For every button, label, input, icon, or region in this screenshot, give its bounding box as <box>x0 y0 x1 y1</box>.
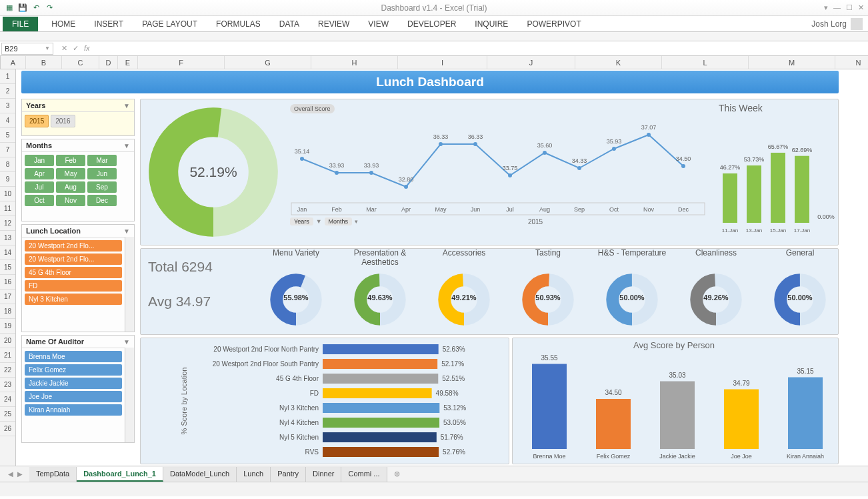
chart-by-location[interactable]: % Score by Location 20 Westport 2nd Floo… <box>148 339 505 463</box>
filter-chip-months[interactable]: Months <box>325 217 353 225</box>
ribbon-tab[interactable]: REVIEW <box>309 17 359 31</box>
ribbon-tab[interactable]: HOME <box>42 17 85 31</box>
ribbon-tab[interactable]: DATA <box>270 17 309 31</box>
column-header[interactable]: D <box>99 56 118 69</box>
slicer-item[interactable]: 20 Westport 2nd Flo... <box>25 240 122 252</box>
slicer-item[interactable]: 2015 <box>25 115 49 127</box>
slicer-item[interactable]: Sep <box>87 181 117 193</box>
scrollbar[interactable] <box>125 237 134 332</box>
chart-by-person[interactable]: Avg Score by Person 35.55Brenna Moe34.50… <box>509 339 839 463</box>
row-header[interactable]: 10 <box>0 187 15 201</box>
slicer-item[interactable]: Jun <box>87 168 117 179</box>
row-header[interactable]: 4 <box>0 113 15 128</box>
row-header[interactable]: 9 <box>0 172 15 187</box>
minimize-icon[interactable]: — <box>833 3 841 12</box>
column-header[interactable]: F <box>138 56 225 69</box>
slicer-item[interactable]: 2016 <box>51 115 75 127</box>
row-header[interactable]: 8 <box>0 157 15 172</box>
slicer-item[interactable]: Dec <box>87 195 117 206</box>
row-header[interactable]: 23 <box>0 378 15 392</box>
row-header[interactable]: 11 <box>0 201 15 216</box>
column-header[interactable]: N <box>835 56 868 69</box>
slicer-item[interactable]: Aug <box>56 181 85 193</box>
metric-donut[interactable]: H&S - Temperature 50.00% <box>592 248 672 336</box>
sheet-tab[interactable]: DataModel_Lunch <box>163 467 237 482</box>
column-header[interactable]: E <box>118 56 138 69</box>
name-box[interactable]: B29▼ <box>1 43 53 55</box>
metric-donut[interactable]: Cleanliness 49.26% <box>676 248 756 336</box>
slicer-location[interactable]: Lunch Location▼ 20 Westport 2nd Flo...20… <box>21 224 135 332</box>
slicer-item[interactable]: Oct <box>25 195 54 206</box>
sheet-tab[interactable]: Commi ... <box>341 467 387 482</box>
column-header[interactable]: G <box>225 56 311 69</box>
account-avatar-icon[interactable] <box>851 18 863 30</box>
worksheet-canvas[interactable]: Lunch Dashboard Years▼ 2015 2016 Months▼… <box>16 69 868 466</box>
slicer-item[interactable]: Felix Gomez <box>25 364 122 376</box>
metric-donut[interactable]: Presentation & Aesthetics 49.63% <box>340 248 420 336</box>
metric-donut[interactable]: Accessories 49.21% <box>424 248 504 336</box>
ribbon-tab[interactable]: FORMULAS <box>207 17 270 31</box>
row-header[interactable]: 15 <box>0 260 15 275</box>
metric-donut[interactable]: General 50.00% <box>760 248 840 336</box>
scrollbar[interactable] <box>125 348 134 442</box>
slicer-item[interactable]: Apr <box>25 168 54 179</box>
close-icon[interactable]: ✕ <box>858 3 864 12</box>
filter-icon[interactable]: ▼ <box>123 142 130 149</box>
slicer-item[interactable]: FD <box>25 280 122 292</box>
row-header[interactable]: 5 <box>0 128 15 143</box>
sheet-tab[interactable]: TempData <box>29 467 77 482</box>
slicer-years[interactable]: Years▼ 2015 2016 <box>21 99 135 136</box>
slicer-item[interactable]: Jackie Jackie <box>25 378 122 389</box>
slicer-item[interactable]: Nyl 3 Kitchen <box>25 294 122 305</box>
sheet-tab[interactable]: Pantry <box>271 467 306 482</box>
column-header[interactable]: C <box>62 56 99 69</box>
ribbon-tab[interactable]: INSERT <box>85 17 133 31</box>
metric-donut[interactable]: Menu Variety 55.98% <box>256 248 336 336</box>
column-header[interactable]: A <box>1 56 26 69</box>
sheet-tab[interactable]: Lunch <box>237 467 271 482</box>
column-header[interactable]: B <box>26 56 62 69</box>
row-header[interactable]: 2 <box>0 84 15 99</box>
ribbon-tab[interactable]: POWERPIVOT <box>517 17 590 31</box>
filter-icon[interactable]: ▼ <box>123 338 130 346</box>
dropdown-icon[interactable]: ▾ <box>355 218 358 225</box>
chart-this-week[interactable]: This Week 46.27%11-Jan53.73%13-Jan65.67%… <box>713 100 837 247</box>
tab-nav-first-icon[interactable]: ◀ <box>8 470 13 478</box>
row-header[interactable]: 7 <box>0 143 15 157</box>
row-header[interactable]: 17 <box>0 290 15 304</box>
save-icon[interactable]: 💾 <box>17 3 28 13</box>
slicer-item[interactable]: Brenna Moe <box>25 351 122 362</box>
filter-icon[interactable]: ▼ <box>123 102 130 109</box>
slicer-item[interactable]: Feb <box>56 155 85 166</box>
column-header[interactable]: M <box>749 56 835 69</box>
ribbon-tab[interactable]: DEVELOPER <box>398 17 465 31</box>
slicer-item[interactable]: Nov <box>56 195 85 206</box>
chart-overall-donut[interactable]: 52.19% <box>140 99 287 245</box>
row-header[interactable]: 25 <box>0 407 15 422</box>
tab-nav-last-icon[interactable]: ▶ <box>17 470 23 478</box>
file-tab[interactable]: FILE <box>3 17 38 31</box>
metric-donut[interactable]: Tasting 50.93% <box>508 248 588 336</box>
slicer-item[interactable]: 45 G 4th Floor <box>25 267 122 278</box>
row-header[interactable]: 18 <box>0 304 15 319</box>
maximize-icon[interactable]: ☐ <box>846 3 853 12</box>
new-sheet-button[interactable]: ⊕ <box>389 470 405 478</box>
slicer-item[interactable]: May <box>56 168 85 179</box>
sheet-tab[interactable]: Dashboard_Lunch_1 <box>77 467 163 482</box>
row-header[interactable]: 12 <box>0 216 15 231</box>
slicer-item[interactable]: Jul <box>25 181 54 193</box>
undo-icon[interactable]: ↶ <box>31 3 41 13</box>
slicer-months[interactable]: Months▼ JanFebMarAprMayJunJulAugSepOctNo… <box>21 139 135 221</box>
slicer-item[interactable]: Kiran Annaiah <box>25 404 122 416</box>
ribbon-tab[interactable]: PAGE LAYOUT <box>133 17 207 31</box>
row-header[interactable]: 20 <box>0 334 15 348</box>
filter-icon[interactable]: ▼ <box>316 218 322 225</box>
filter-icon[interactable]: ▼ <box>123 227 130 235</box>
ribbon-tab[interactable]: INQUIRE <box>465 17 517 31</box>
chart-overall-line[interactable]: Overall Score 35.1433.9333.9332.8036.333… <box>286 100 710 247</box>
row-header[interactable]: 16 <box>0 275 15 290</box>
ribbon-options-icon[interactable]: ▾ <box>824 3 828 12</box>
row-header[interactable]: 14 <box>0 245 15 260</box>
ribbon-tab[interactable]: VIEW <box>359 17 398 31</box>
row-header[interactable]: 26 <box>0 422 15 436</box>
